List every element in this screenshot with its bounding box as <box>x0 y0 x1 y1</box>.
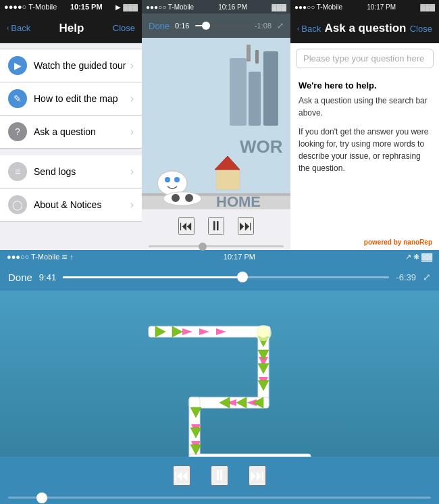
menu-item-send-logs[interactable]: ≡ Send logs › <box>0 155 142 188</box>
help-nav-bar: ‹ Back Help Close <box>0 14 142 43</box>
help-content: We're here to help. Ask a question using… <box>290 74 439 234</box>
bottom-icons: ↗ ❋ ▓▓ <box>405 253 432 261</box>
slider-thumb-bottom[interactable] <box>237 272 248 282</box>
svg-rect-5 <box>263 51 278 126</box>
svg-rect-18 <box>0 291 439 457</box>
video-progress-slider[interactable] <box>195 25 249 26</box>
question-nav-bar: ‹ Back Ask a question Close <box>290 14 439 43</box>
play-icon: ▶ <box>8 56 27 75</box>
expand-icon[interactable]: ⤢ <box>423 272 431 282</box>
bottom-done-button[interactable]: Done <box>8 272 32 283</box>
menu-item-about[interactable]: ◯ About & Notices › <box>0 188 142 222</box>
progress-track[interactable] <box>149 245 284 247</box>
question-title: Ask a question <box>325 22 407 35</box>
play-pause-button[interactable]: ⏸ <box>208 217 224 235</box>
bottom-video-content: The pink line <box>0 291 439 457</box>
question-search-input[interactable]: Please type your question here <box>296 49 434 68</box>
svg-point-46 <box>259 328 268 338</box>
q-back-button[interactable]: ‹ Back <box>297 24 321 34</box>
progress-thumb[interactable] <box>199 243 207 251</box>
fullscreen-icon[interactable]: ⤢ <box>277 21 284 30</box>
status-time: 10:15 PM <box>70 3 103 11</box>
menu-item-guided-tour[interactable]: ▶ Watch the guided tour › <box>0 49 142 82</box>
bottom-progress-bar <box>0 494 439 504</box>
chevron-right-icon: › <box>130 126 134 138</box>
question-status-bar: ●●●○○ T-Mobile 10:17 PM ▓▓▓ <box>290 0 439 14</box>
bottom-progress-track[interactable] <box>8 497 431 499</box>
back-button[interactable]: ‹ Back <box>7 23 30 33</box>
svg-point-11 <box>174 177 180 182</box>
bottom-elapsed-time: 9:41 <box>39 272 56 282</box>
svg-text:WOR: WOR <box>240 136 283 157</box>
menu-item-label: Send logs <box>34 166 130 177</box>
nanorep-brand: nanoRep <box>403 238 432 246</box>
chevron-right-icon: › <box>130 59 134 72</box>
help-paragraph-1: Ask a question using the search bar abov… <box>299 95 431 119</box>
bottom-video-controls: ⏮ ⏸ ⏭ <box>0 457 439 494</box>
help-screen: ●●●●○ T-Mobile 10:15 PM ▶ ▓▓▓ ‹ Back Hel… <box>0 0 142 250</box>
chevron-left-icon: ‹ <box>297 25 299 32</box>
chevron-right-icon: › <box>130 199 134 211</box>
bottom-status-bar: ●●●○○ T-Mobile ≋ ↑ 10:17 PM ↗ ❋ ▓▓ <box>0 250 439 263</box>
svg-point-12 <box>163 192 201 205</box>
chevron-right-icon: › <box>130 93 134 105</box>
bottom-forward-button[interactable]: ⏭ <box>249 465 266 486</box>
q-time: 10:17 PM <box>367 3 396 11</box>
svg-point-10 <box>165 177 170 182</box>
bottom-nav-bar: Done 9:41 -6:39 ⤢ <box>0 263 439 291</box>
help-heading: We're here to help. <box>299 80 431 91</box>
video-time: 10:16 PM <box>218 3 247 11</box>
help-status-bar: ●●●●○ T-Mobile 10:15 PM ▶ ▓▓▓ <box>0 0 142 14</box>
svg-rect-3 <box>230 58 247 126</box>
bottom-rewind-button[interactable]: ⏮ <box>173 465 190 486</box>
chevron-left-icon: ‹ <box>7 24 9 32</box>
menu-item-label: Ask a question <box>34 126 130 137</box>
help-paragraph-2: If you don't get the answer you were loo… <box>299 126 431 174</box>
status-battery: ▶ ▓▓▓ <box>115 3 138 11</box>
bottom-carrier: ●●●○○ T-Mobile ≋ ↑ <box>7 253 74 261</box>
help-title: Help <box>59 22 84 35</box>
forward-button[interactable]: ⏭ <box>238 217 254 235</box>
bottom-video-screen: ●●●○○ T-Mobile ≋ ↑ 10:17 PM ↗ ❋ ▓▓ Done … <box>0 250 439 504</box>
pipeline-animation-svg <box>0 291 439 457</box>
svg-rect-15 <box>216 170 240 190</box>
video-nav-bar: Done 0:16 -1:08 ⤢ <box>142 14 290 38</box>
svg-point-13 <box>172 194 180 202</box>
status-carrier: ●●●●○ T-Mobile <box>4 3 57 11</box>
video-bottom-progress <box>142 243 290 250</box>
slider-track[interactable] <box>63 276 389 278</box>
q-carrier: ●●●○○ T-Mobile <box>294 3 342 11</box>
svg-point-14 <box>185 194 193 202</box>
menu-item-label: About & Notices <box>34 199 130 210</box>
remaining-time: -1:08 <box>255 22 272 30</box>
q-close-button[interactable]: Close <box>410 24 432 34</box>
logs-icon: ≡ <box>8 162 27 181</box>
signal-icon: ●●●●○ <box>4 3 26 11</box>
help-menu-list: ▶ Watch the guided tour › ✎ How to edit … <box>0 43 142 250</box>
rewind-button[interactable]: ⏮ <box>178 217 195 235</box>
about-icon: ◯ <box>8 195 27 214</box>
menu-item-edit-map[interactable]: ✎ How to edit the map › <box>0 82 142 116</box>
bottom-video-slider[interactable] <box>63 276 389 278</box>
menu-item-label: How to edit the map <box>34 93 130 104</box>
bottom-remaining-time: -6:39 <box>396 272 416 282</box>
done-button[interactable]: Done <box>149 21 170 31</box>
close-button[interactable]: Close <box>113 23 135 33</box>
illustration-svg: WOR HOME <box>142 38 290 209</box>
section-divider <box>0 149 142 155</box>
slider-thumb[interactable] <box>202 22 210 30</box>
svg-text:HOME: HOME <box>216 193 261 209</box>
video-screen: ●●●○○ T-Mobile 10:16 PM ▓▓▓ Done 0:16 -1… <box>142 0 290 250</box>
bottom-play-pause-button[interactable]: ⏸ <box>211 465 228 486</box>
svg-rect-4 <box>249 72 261 126</box>
menu-item-ask-question[interactable]: ? Ask a question › <box>0 116 142 149</box>
powered-by: powered by nanoRep <box>290 234 439 250</box>
svg-rect-6 <box>247 45 251 61</box>
video-illustration: WOR HOME <box>142 38 290 209</box>
bottom-progress-thumb[interactable] <box>36 493 47 503</box>
svg-rect-23 <box>189 454 311 457</box>
bottom-time: 10:17 PM <box>224 253 255 261</box>
question-screen: ●●●○○ T-Mobile 10:17 PM ▓▓▓ ‹ Back Ask a… <box>290 0 439 250</box>
video-controls: ⏮ ⏸ ⏭ <box>142 209 290 243</box>
chevron-right-icon: › <box>130 166 134 178</box>
